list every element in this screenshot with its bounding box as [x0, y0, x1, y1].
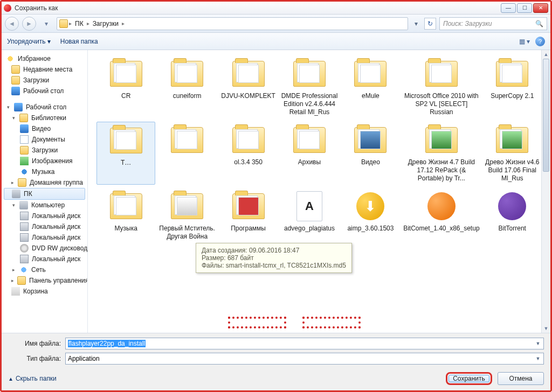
sidebar-lib-downloads[interactable]: Загрузки	[2, 145, 87, 156]
new-folder-button[interactable]: Новая папка	[60, 38, 98, 45]
filetype-label: Тип файла:	[8, 355, 61, 362]
desktop-icon	[14, 103, 23, 111]
expand-icon[interactable]: ▸	[11, 268, 16, 272]
file-item[interactable]: Aadvego_plagiatus	[280, 188, 339, 243]
breadcrumb-dropdown[interactable]: ▾	[411, 20, 421, 27]
collapse-icon[interactable]: ▾	[11, 203, 16, 208]
folder-item[interactable]: cuneiform	[157, 55, 216, 118]
dropdown-icon[interactable]: ▼	[534, 354, 542, 363]
folder-item[interactable]: ol.3.4 350	[219, 122, 278, 185]
libraries-icon	[19, 114, 28, 122]
hide-folders-link[interactable]: ▲ Скрыть папки	[8, 375, 57, 382]
sidebar-recycle-bin[interactable]: Корзина	[2, 286, 87, 297]
folder-icon	[20, 146, 29, 155]
folder-item[interactable]: DJVU-KOMPLEKT	[219, 55, 278, 118]
search-input[interactable]: Поиск: Загрузки 🔍	[439, 17, 547, 30]
folder-item[interactable]: Музыка	[96, 188, 155, 243]
dropdown-icon[interactable]: ▼	[534, 339, 542, 348]
save-button[interactable]: Сохранить	[446, 372, 492, 385]
minimize-button[interactable]: —	[501, 3, 516, 13]
collapse-icon[interactable]: ▾	[11, 116, 16, 121]
maximize-button[interactable]: ☐	[517, 3, 532, 13]
sidebar-control-panel[interactable]: ▸Панель управления	[2, 275, 87, 286]
scroll-up-icon[interactable]: ▲	[542, 50, 550, 59]
save-as-dialog: Сохранить как — ☐ ✕ ◄ ► ▾ ▸ ПК ▸ Загрузк…	[0, 0, 552, 392]
sidebar-homegroup[interactable]: ▸Домашняя группа	[2, 177, 87, 188]
sidebar-local-disk[interactable]: Локальный диск	[2, 221, 87, 232]
sidebar-dvd[interactable]: DVD RW дисковод	[2, 243, 87, 254]
sidebar-computer[interactable]: ▾Компьютер	[2, 200, 87, 211]
desktop-icon	[11, 87, 20, 95]
folder-item[interactable]	[157, 122, 216, 185]
folder-item[interactable]: Microsoft Office 2010 with SP2 VL [SELEC…	[402, 55, 480, 118]
folder-item[interactable]: Видео	[341, 122, 400, 185]
filename-label: Имя файла:	[8, 340, 61, 347]
folder-item[interactable]: eMule	[341, 55, 400, 118]
video-icon	[20, 124, 29, 133]
scroll-down-icon[interactable]: ▼	[542, 324, 550, 333]
scrollbar-thumb[interactable]	[543, 59, 549, 172]
navbar: ◄ ► ▾ ▸ ПК ▸ Загрузки ▸ ▾ ↻ Поиск: Загру…	[2, 15, 550, 33]
sidebar-local-disk[interactable]: Локальный диск	[2, 211, 87, 221]
organize-menu[interactable]: Упорядочить ▾	[7, 38, 51, 45]
sidebar-network[interactable]: ▸Сеть	[2, 264, 87, 275]
close-button[interactable]: ✕	[533, 3, 548, 13]
tooltip-line: Дата создания: 09.06.2016 18:47	[202, 247, 346, 254]
folder-item[interactable]: Архивы	[280, 122, 339, 185]
filename-input[interactable]: flashplayer22pp_da_install ▼	[65, 338, 544, 349]
folder-icon	[11, 76, 20, 85]
folder-item[interactable]: SuperCopy 2.1	[483, 55, 542, 118]
breadcrumb-downloads[interactable]: Загрузки	[91, 20, 121, 27]
computer-icon	[19, 201, 28, 209]
help-button[interactable]: ?	[535, 37, 545, 46]
sidebar-desktop[interactable]: Рабочий стол	[2, 86, 87, 96]
file-item[interactable]: BitComet_1.40_x86_setup	[402, 188, 480, 243]
view-menu[interactable]: ▦ ▾	[519, 38, 530, 45]
forward-button[interactable]: ►	[22, 17, 36, 31]
folder-item[interactable]: Древо Жизни 4.7 Build 17.12 RePack (& Po…	[402, 122, 480, 185]
folder-item-selected[interactable]: T…	[96, 122, 155, 185]
filetype-select[interactable]: Application ▼	[65, 353, 544, 365]
sidebar-documents[interactable]: Документы	[2, 134, 87, 145]
expand-icon[interactable]: ▸	[11, 278, 14, 283]
network-icon	[19, 265, 28, 274]
folder-item[interactable]: Программы	[219, 188, 278, 243]
sidebar-local-disk[interactable]: Локальный диск	[2, 254, 87, 264]
expand-icon[interactable]: ▸	[11, 180, 15, 185]
search-placeholder: Поиск: Загрузки	[443, 20, 492, 27]
sidebar-video[interactable]: Видео	[2, 123, 87, 134]
vertical-scrollbar[interactable]: ▲ ▼	[541, 50, 550, 333]
cancel-button[interactable]: Отмена	[498, 372, 544, 385]
chevron-right-icon: ▸	[87, 20, 89, 26]
sidebar-favorites[interactable]: Избранное	[2, 53, 87, 64]
filename-value: flashplayer22pp_da_install	[68, 340, 146, 347]
chevron-right-icon: ▸	[122, 20, 125, 26]
file-item[interactable]: ⬇aimp_3.60.1503	[341, 188, 400, 243]
sidebar-music[interactable]: Музыка	[2, 166, 87, 177]
folder-item[interactable]: DMDE Professional Edition v2.4.6.444 Ret…	[280, 55, 339, 118]
sidebar-libraries[interactable]: ▾Библиотеки	[2, 113, 87, 123]
refresh-button[interactable]: ↻	[424, 18, 436, 30]
file-grid: CR cuneiform DJVU-KOMPLEKT DMDE Professi…	[88, 50, 550, 333]
folder-item[interactable]: Первый Мститель. Другая Война	[157, 188, 216, 243]
folder-item[interactable]: Древо Жизни v4.6 Build 17.06 Final Ml_Ru…	[483, 122, 542, 185]
collapse-icon[interactable]: ▾	[6, 105, 11, 110]
sidebar-recent[interactable]: Недавние места	[2, 64, 87, 75]
back-button[interactable]: ◄	[5, 17, 19, 31]
breadcrumb[interactable]: ▸ ПК ▸ Загрузки ▸	[57, 17, 408, 30]
sidebar-images[interactable]: Изображения	[2, 156, 87, 166]
recycle-bin-icon	[11, 287, 20, 296]
folder-item[interactable]: CR	[96, 55, 155, 118]
homegroup-icon	[18, 178, 26, 187]
folder-icon	[59, 19, 68, 28]
sidebar-pc[interactable]: ПК	[4, 188, 85, 200]
sidebar-local-disk[interactable]: Локальный диск	[2, 232, 87, 243]
file-item[interactable]: BitTorrent	[483, 188, 542, 243]
sidebar-desktop-root[interactable]: ▾Рабочий стол	[2, 102, 87, 113]
folder-icon	[11, 65, 20, 74]
sidebar: Избранное Недавние места Загрузки Рабочи…	[2, 50, 88, 333]
sidebar-downloads[interactable]: Загрузки	[2, 75, 87, 86]
breadcrumb-pc[interactable]: ПК	[73, 20, 86, 27]
up-button[interactable]: ▾	[39, 17, 53, 31]
chevron-right-icon: ▸	[69, 20, 72, 26]
